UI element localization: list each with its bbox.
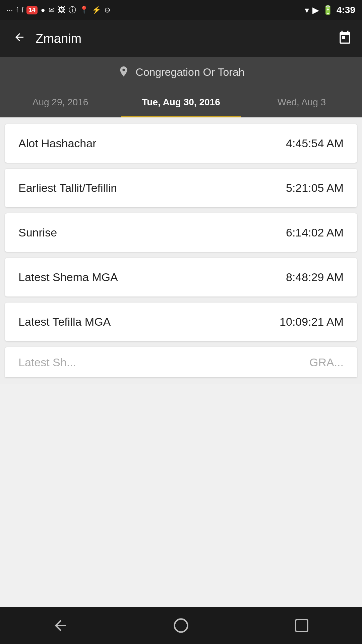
- prev-date-label: Aug 29, 2016: [33, 97, 88, 108]
- nav-bar: [0, 607, 362, 644]
- tab-prev-date[interactable]: Aug 29, 2016: [0, 87, 121, 117]
- back-button[interactable]: [10, 28, 29, 50]
- status-icons-left: ··· f f 14 ● ✉ 🖼 ⓘ 📍 ⚡ ⊖: [7, 5, 110, 15]
- zmanim-list: Alot Hashachar 4:45:54 AM Earliest Talli…: [0, 117, 362, 384]
- location-icon: 📍: [79, 6, 88, 14]
- next-date-label: Wed, Aug 3: [278, 97, 326, 108]
- facebook-icon2: f: [21, 6, 23, 14]
- app-bar-left: Zmanim: [10, 28, 81, 50]
- app-title: Zmanim: [36, 32, 81, 46]
- status-bar: ··· f f 14 ● ✉ 🖼 ⓘ 📍 ⚡ ⊖ ▾ ▶ 🔋 4:39: [0, 0, 362, 20]
- back-arrow-icon: [13, 31, 25, 43]
- messenger-icon: ●: [41, 6, 45, 14]
- nav-recent-button[interactable]: [285, 609, 318, 642]
- location-name: Congregation Or Torah: [136, 66, 245, 78]
- location-bar: Congregation Or Torah: [0, 57, 362, 87]
- zman-name-shema-mga: Latest Shema MGA: [18, 271, 118, 284]
- date-tabs: Aug 29, 2016 Tue, Aug 30, 2016 Wed, Aug …: [0, 87, 362, 117]
- gmail-icon: ✉: [49, 6, 55, 14]
- zman-time-sunrise: 6:14:02 AM: [286, 226, 344, 239]
- svg-rect-2: [296, 620, 308, 632]
- app-bar: Zmanim: [0, 20, 362, 57]
- nav-recent-icon: [294, 618, 310, 634]
- zman-name-alot: Alot Hashachar: [18, 137, 96, 150]
- zman-name-sunrise: Sunrise: [18, 226, 57, 239]
- nav-home-button[interactable]: [164, 609, 198, 642]
- signal-icon: ▶: [312, 5, 319, 15]
- status-icons-right: ▾ ▶ 🔋 4:39: [305, 5, 355, 15]
- zman-card-alot[interactable]: Alot Hashachar 4:45:54 AM: [5, 124, 357, 163]
- calendar-icon: [338, 30, 352, 44]
- svg-rect-0: [342, 36, 345, 39]
- nav-back-button[interactable]: [44, 609, 77, 642]
- info-icon: ⓘ: [69, 5, 76, 15]
- zman-time-tallit: 5:21:05 AM: [286, 181, 344, 195]
- zman-card-tefilla-mga[interactable]: Latest Tefilla MGA 10:09:21 AM: [5, 303, 357, 341]
- zman-time-partial: GRA...: [309, 356, 344, 369]
- zman-name-tefilla-mga: Latest Tefilla MGA: [18, 315, 111, 328]
- status-time: 4:39: [337, 5, 355, 15]
- facebook-icon: f: [16, 6, 18, 14]
- image-icon: 🖼: [58, 6, 65, 14]
- svg-point-1: [175, 619, 188, 632]
- zman-card-shema-mga[interactable]: Latest Shema MGA 8:48:29 AM: [5, 258, 357, 297]
- zman-name-partial: Latest Sh...: [18, 356, 76, 369]
- zman-name-tallit: Earliest Tallit/Tefillin: [18, 181, 117, 195]
- zman-time-alot: 4:45:54 AM: [286, 137, 344, 150]
- zman-card-sunrise[interactable]: Sunrise 6:14:02 AM: [5, 213, 357, 252]
- zman-time-shema-mga: 8:48:29 AM: [286, 271, 344, 284]
- tab-next-date[interactable]: Wed, Aug 3: [241, 87, 362, 117]
- ellipsis-icon: ···: [7, 6, 13, 14]
- notification-badge: 14: [26, 6, 37, 14]
- current-date-label: Tue, Aug 30, 2016: [142, 97, 220, 108]
- nav-back-icon: [52, 617, 69, 634]
- bluetooth-icon: ⚡: [92, 6, 101, 14]
- wifi-icon: ▾: [305, 5, 309, 15]
- location-pin-icon: [118, 65, 130, 79]
- calendar-button[interactable]: [338, 30, 352, 47]
- zman-time-tefilla-mga: 10:09:21 AM: [280, 315, 344, 328]
- nav-home-icon: [172, 617, 190, 634]
- battery-icon: 🔋: [322, 5, 333, 15]
- tab-current-date[interactable]: Tue, Aug 30, 2016: [121, 87, 241, 117]
- minus-icon: ⊖: [104, 6, 110, 14]
- zman-card-tallit[interactable]: Earliest Tallit/Tefillin 5:21:05 AM: [5, 169, 357, 207]
- zman-card-partial[interactable]: Latest Sh... GRA...: [5, 347, 357, 377]
